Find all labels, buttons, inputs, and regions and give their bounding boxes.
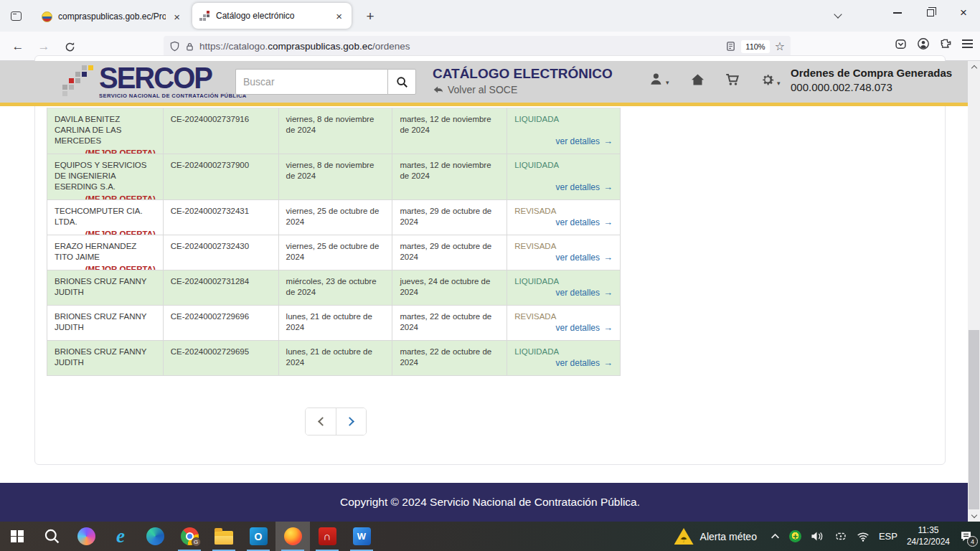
order-code: CE-20240002729695 [164,341,279,375]
tab-close-icon[interactable]: × [334,10,344,22]
extensions-puzzle-icon[interactable] [940,38,952,50]
reader-view-icon[interactable] [725,41,736,52]
clock[interactable]: 11:35 24/12/2024 [907,525,950,547]
arrow-right-icon: → [603,217,613,229]
reload-button[interactable] [60,37,79,56]
url-text: https://catalogo.compraspublicas.gob.ec/… [199,41,720,52]
acrobat-button[interactable]: ∩ [310,522,344,551]
minimize-icon [893,12,902,14]
order-date-1: viernes, 25 de octubre de 2024 [279,235,393,270]
minimize-button[interactable] [881,0,914,26]
shield-icon [169,41,180,52]
internet-explorer-button[interactable]: e [103,522,138,551]
account-icon[interactable] [917,37,930,50]
pocket-icon[interactable] [895,38,907,50]
restore-button[interactable] [914,0,947,26]
order-code: CE-20240002737916 [164,108,279,154]
status-badge: LIQUIDADA [514,161,559,169]
site-footer: Copyright © 2024 Servicio Nacional de Co… [0,483,980,522]
notification-center-button[interactable]: 4 [959,529,973,543]
logo-name: SERCOP [99,63,247,92]
order-date-2: martes, 22 de octubre de 2024 [392,341,507,375]
page-title: CATÁLOGO ELECTRÓNICO [433,66,613,82]
user-menu-button[interactable]: ▾ [649,72,669,86]
ver-detalles-link[interactable]: ver detalles→ [556,357,613,369]
firefox-view-button[interactable] [6,6,26,25]
wifi-icon[interactable] [857,532,870,542]
word-button[interactable]: W [344,522,379,551]
settings-menu-button[interactable]: ▾ [760,72,781,87]
table-row: EQUIPOS Y SERVICIOS DE INGENIERIA ESERDI… [47,154,621,200]
back-button[interactable]: ← [9,37,27,56]
file-explorer-button[interactable] [207,522,241,551]
arrow-right-icon: → [603,357,613,369]
page-scrollbar[interactable] [968,61,980,522]
taskbar-search-button[interactable] [34,522,69,551]
language-indicator[interactable]: ESP [879,531,897,542]
previous-page-button[interactable] [306,408,336,435]
scroll-down-arrow[interactable] [968,510,980,522]
close-button[interactable]: × [947,0,980,26]
acrobat-icon: ∩ [319,527,336,545]
site-header: SERCOP SERVICIO NACIONAL DE CONTRATACIÓN… [0,61,980,103]
weather-alert-label: Alerta méteo [700,531,757,542]
search-icon [44,528,60,545]
search-input[interactable] [235,69,387,95]
ver-detalles-link[interactable]: ver detalles→ [556,182,613,194]
order-code: CE-20240002731284 [164,270,279,305]
tab-compraspublicas[interactable]: compraspublicas.gob.ec/Proce × [34,5,189,28]
status-badge: REVISADA [514,207,556,215]
tab-catalogo-electronico[interactable]: Catálogo electrónico × [192,3,352,29]
ver-detalles-link[interactable]: ver detalles→ [556,136,613,148]
browser-tab-strip: compraspublicas.gob.ec/Proce × Catálogo … [0,0,980,32]
ver-detalles-link[interactable]: ver detalles→ [556,252,613,264]
menu-hamburger-icon[interactable] [962,39,973,48]
edge-button[interactable] [138,522,172,551]
sercop-logo[interactable]: SERCOP SERVICIO NACIONAL DE CONTRATACIÓN… [60,64,247,100]
antivirus-tray-icon[interactable]: + [789,530,801,542]
firefox-icon [284,527,302,545]
home-button[interactable] [690,72,705,87]
search-icon [396,76,408,88]
tab-label: Catálogo electrónico [216,11,328,21]
scroll-up-arrow[interactable] [968,61,980,72]
volver-al-soce-link[interactable]: Volver al SOCE [433,84,517,95]
chrome-button[interactable]: G [172,522,207,551]
next-page-button[interactable] [336,408,366,435]
ver-detalles-link[interactable]: ver detalles→ [556,287,613,299]
internet-explorer-icon: e [116,525,125,547]
tray-chevron-up-icon[interactable] [771,533,780,540]
scrollbar-thumb[interactable] [969,330,979,509]
list-all-tabs-button[interactable] [829,9,847,23]
notification-count-badge: 4 [967,536,978,547]
copilot-button[interactable] [69,522,103,551]
arrow-right-icon: → [603,252,613,264]
address-bar[interactable]: https://catalogo.compraspublicas.gob.ec/… [164,36,791,57]
outlook-button[interactable]: O [241,522,275,551]
toolbar-extensions [895,37,973,50]
firefox-button[interactable] [275,522,310,551]
zoom-level-indicator[interactable]: 110% [741,40,769,53]
cast-display-icon[interactable] [834,531,847,542]
windows-logo-icon [11,530,24,543]
ver-detalles-link[interactable]: ver detalles→ [556,217,613,229]
bookmark-star-icon[interactable]: ☆ [775,39,785,53]
forward-button[interactable]: → [34,37,53,56]
weather-alert-widget[interactable]: ☂ Alerta méteo [670,522,761,551]
cart-button[interactable] [725,72,740,87]
firefox-view-icon [11,11,22,21]
ver-detalles-link[interactable]: ver detalles→ [556,322,613,334]
order-code: CE-20240002737900 [164,154,279,199]
order-date-1: lunes, 21 de octubre de 2024 [279,341,393,375]
status-badge: LIQUIDADA [514,277,559,286]
order-date-1: viernes, 25 de octubre de 2024 [279,200,393,235]
volume-icon[interactable] [811,531,825,542]
orders-label: Ordenes de Compra Generadas [791,67,963,79]
cart-icon [725,72,740,87]
start-button[interactable] [0,522,34,551]
tab-close-icon[interactable]: × [171,11,182,23]
tab-label: compraspublicas.gob.ec/Proce [58,11,166,22]
search-button[interactable] [387,69,416,95]
new-tab-button[interactable]: + [362,8,379,25]
status-badge: LIQUIDADA [514,347,559,356]
